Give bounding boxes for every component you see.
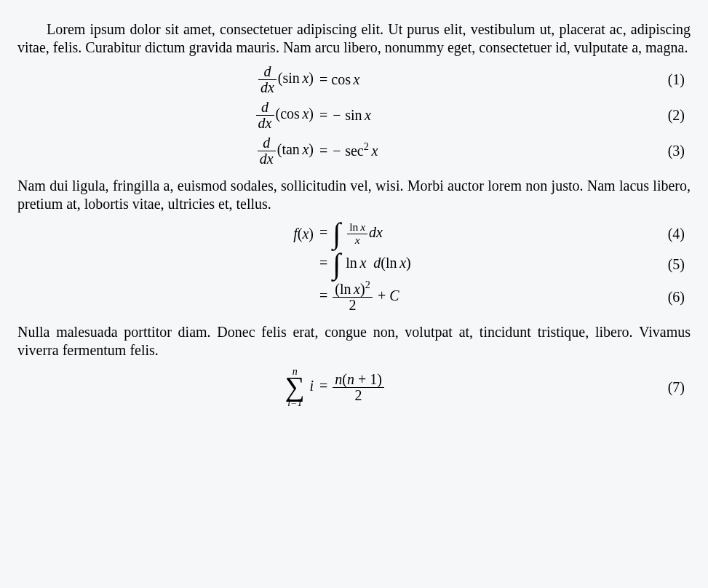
equation-tag: (6) xyxy=(616,288,691,306)
equation-4-rhs: = ∫ lnx x dx xyxy=(317,220,616,247)
equals: = xyxy=(319,378,331,394)
equals: = xyxy=(319,107,331,123)
equation-1-lhs: d dx (sinx) xyxy=(17,64,317,95)
equation-2-lhs: d dx (cosx) xyxy=(17,100,317,131)
equation-1-rhs: = cosx xyxy=(317,71,616,89)
fn-ln: ln xyxy=(340,281,351,297)
equation-tag: (1) xyxy=(616,71,691,89)
equation-group-1: d dx (sinx) = cosx (1) d dx (cosx) = −si… xyxy=(17,64,691,167)
fn-ln: ln xyxy=(346,255,357,271)
equals: = xyxy=(319,287,331,303)
equation-tag: (7) xyxy=(616,378,691,397)
fn-cos: cos xyxy=(331,71,351,87)
var-x: x xyxy=(360,220,365,233)
equation-3-rhs: = −sec2x xyxy=(317,142,616,160)
var-n: n xyxy=(335,371,342,387)
paragraph-3: Nulla malesuada porttitor diam. Donec fe… xyxy=(17,323,691,359)
den-2: 2 xyxy=(333,388,384,403)
var-x: x xyxy=(302,106,309,122)
equals: = xyxy=(319,143,331,159)
deriv-den: dx xyxy=(258,80,277,95)
fn-ln: ln xyxy=(386,255,397,271)
equals: = xyxy=(319,71,331,87)
equation-3-lhs: d dx (tanx) xyxy=(17,135,317,167)
equation-4-lhs: f(x) xyxy=(17,225,317,243)
paragraph-1: Lorem ipsum dolor sit amet, consectetuer… xyxy=(17,20,691,57)
var-n: n xyxy=(347,371,354,387)
var-x: x xyxy=(354,71,360,87)
equation-4: f(x) = ∫ lnx x dx (4) xyxy=(17,220,691,247)
var-x: x xyxy=(302,141,309,157)
equation-2-rhs: = −sinx xyxy=(317,106,616,124)
equation-tag: (2) xyxy=(616,106,691,124)
equation-tag: (4) xyxy=(616,225,691,243)
equation-3: d dx (tanx) = −sec2x (3) xyxy=(17,135,691,167)
one: 1 xyxy=(370,371,377,387)
plus: + xyxy=(354,371,370,387)
var-x: x xyxy=(359,255,366,271)
equation-2: d dx (cosx) = −sinx (2) xyxy=(17,100,691,131)
d: d xyxy=(373,255,381,271)
var-x: x xyxy=(302,70,309,86)
fn-sin: sin xyxy=(283,70,300,86)
equation-group-3: n ∑ i=1 i = n(n + 1) 2 (7) xyxy=(17,367,691,408)
fn-sec: sec xyxy=(345,143,364,159)
var-x: x xyxy=(355,234,360,246)
equation-7-rhs: = n(n + 1) 2 xyxy=(317,372,616,403)
var-f: f xyxy=(293,226,298,242)
plus: + xyxy=(374,287,389,303)
equation-7: n ∑ i=1 i = n(n + 1) 2 (7) xyxy=(17,367,691,408)
var-i: i xyxy=(309,378,314,394)
var-x: x xyxy=(365,107,371,123)
var-x: x xyxy=(302,226,309,242)
var-x: x xyxy=(372,143,378,159)
equation-6: = (lnx)2 2 + C (6) xyxy=(17,282,691,313)
exp-2: 2 xyxy=(365,279,370,290)
deriv-num: d xyxy=(256,100,274,116)
exp-2: 2 xyxy=(364,140,369,152)
equation-tag: (3) xyxy=(616,142,691,160)
dx: dx xyxy=(369,224,383,240)
den-2: 2 xyxy=(333,298,373,313)
fn-tan: tan xyxy=(282,141,299,157)
summation-icon: n ∑ i=1 xyxy=(285,367,305,408)
const-C: C xyxy=(389,287,399,303)
fn-ln: ln xyxy=(349,220,358,233)
equals: = xyxy=(319,255,331,271)
equation-6-rhs: = (lnx)2 2 + C xyxy=(317,282,616,313)
deriv-num: d xyxy=(258,64,277,80)
deriv-den: dx xyxy=(258,151,276,167)
equation-5: = ∫ lnx d(lnx) (5) xyxy=(17,251,691,277)
var-x: x xyxy=(354,281,360,297)
fn-cos: cos xyxy=(280,106,300,122)
var-x: x xyxy=(399,255,406,271)
deriv-num: d xyxy=(258,135,276,151)
integral-icon: ∫ xyxy=(333,251,341,277)
paragraph-2: Nam dui ligula, fringilla a, euismod sod… xyxy=(17,177,691,213)
equation-7-lhs: n ∑ i=1 i xyxy=(17,367,317,408)
equation-tag: (5) xyxy=(616,255,691,274)
fn-sin: sin xyxy=(345,107,362,123)
equation-5-rhs: = ∫ lnx d(lnx) xyxy=(317,251,616,277)
deriv-den: dx xyxy=(256,116,274,131)
equation-1: d dx (sinx) = cosx (1) xyxy=(17,64,691,95)
integral-icon: ∫ xyxy=(333,220,341,247)
sum-lower: i=1 xyxy=(285,398,305,408)
equation-group-2: f(x) = ∫ lnx x dx (4) = ∫ lnx d(lnx) (5)… xyxy=(17,220,691,313)
equals: = xyxy=(319,224,331,240)
